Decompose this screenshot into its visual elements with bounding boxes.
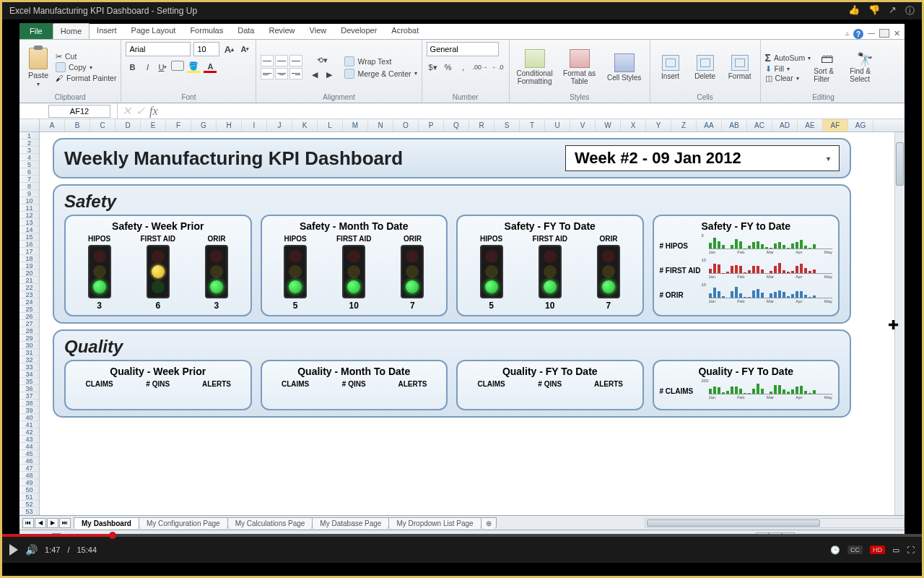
window-restore-icon[interactable] xyxy=(879,29,889,38)
row-header[interactable]: 18 xyxy=(19,255,39,262)
row-header[interactable]: 46 xyxy=(19,457,39,465)
row-header[interactable]: 29 xyxy=(19,335,39,342)
cancel-formula-icon[interactable]: ✕ xyxy=(122,104,131,118)
align-middle-button[interactable] xyxy=(275,55,288,66)
row-header[interactable]: 53 xyxy=(19,508,39,515)
column-header[interactable]: Z xyxy=(671,119,697,131)
fx-icon[interactable]: fx xyxy=(149,105,158,118)
merge-center-button[interactable]: Merge & Center▾ xyxy=(344,69,417,79)
format-painter-button[interactable]: 🖌Format Painter xyxy=(56,74,116,82)
sort-filter-button[interactable]: 🗃Sort & Filter xyxy=(814,51,845,83)
row-header[interactable]: 26 xyxy=(19,313,39,320)
column-header[interactable]: R xyxy=(469,119,494,131)
enter-formula-icon[interactable]: ✓ xyxy=(136,104,145,118)
tab-formulas[interactable]: Formulas xyxy=(183,23,230,39)
row-header[interactable]: 21 xyxy=(19,277,39,284)
bold-button[interactable]: B xyxy=(126,61,139,74)
shrink-font-button[interactable]: A▾ xyxy=(238,43,251,56)
column-header[interactable]: AC xyxy=(747,119,772,131)
row-header[interactable]: 23 xyxy=(19,291,39,298)
row-header[interactable]: 35 xyxy=(19,378,39,385)
progress-bar[interactable] xyxy=(2,534,922,537)
file-tab[interactable]: File xyxy=(19,23,53,39)
share-icon[interactable]: ↗ xyxy=(889,4,897,17)
row-header[interactable]: 11 xyxy=(19,204,39,212)
help-icon[interactable]: ? xyxy=(853,29,863,39)
column-header[interactable]: AA xyxy=(697,119,722,131)
like-icon[interactable]: 👍 xyxy=(848,4,860,17)
sheet-nav-next[interactable]: ▶ xyxy=(47,518,58,528)
accounting-format-button[interactable]: $▾ xyxy=(427,61,440,74)
tab-data[interactable]: Data xyxy=(230,23,261,39)
row-header[interactable]: 49 xyxy=(19,479,39,486)
row-header[interactable]: 30 xyxy=(19,342,39,349)
column-header[interactable]: N xyxy=(368,119,393,131)
watch-later-icon[interactable]: 🕒 xyxy=(830,545,840,555)
worksheet-grid[interactable]: ABCDEFGHIJKLMNOPQRSTUVWXYZAAABACADAEAFAG… xyxy=(19,119,905,515)
column-header[interactable]: A xyxy=(40,119,65,131)
number-format-select[interactable] xyxy=(427,42,499,56)
name-box[interactable] xyxy=(48,105,110,118)
align-right-button[interactable] xyxy=(289,68,302,79)
minimize-ribbon-icon[interactable]: ▵ xyxy=(845,29,849,39)
column-header[interactable]: F xyxy=(166,119,191,131)
underline-button[interactable]: U▾ xyxy=(156,61,169,74)
comma-format-button[interactable]: , xyxy=(457,61,470,74)
column-header[interactable]: AG xyxy=(848,119,873,131)
insert-cells-button[interactable]: Insert xyxy=(655,55,687,80)
tab-home[interactable]: Home xyxy=(53,23,90,39)
row-header[interactable]: 7 xyxy=(19,176,39,183)
row-header[interactable]: 45 xyxy=(19,450,39,457)
orientation-button[interactable]: ⟲▾ xyxy=(308,53,336,66)
info-icon[interactable]: ⓘ xyxy=(905,4,915,17)
row-header[interactable]: 37 xyxy=(19,392,39,400)
clear-button[interactable]: ◫Clear▾ xyxy=(765,74,811,82)
row-header[interactable]: 15 xyxy=(19,233,39,241)
font-size-select[interactable] xyxy=(193,42,219,56)
autosum-button[interactable]: ΣAutoSum▾ xyxy=(765,52,811,64)
row-header[interactable]: 52 xyxy=(19,501,39,508)
find-select-button[interactable]: 🔭Find & Select xyxy=(850,51,881,83)
row-header[interactable]: 10 xyxy=(19,197,39,204)
sheet-nav-prev[interactable]: ◀ xyxy=(35,518,46,528)
tab-developer[interactable]: Developer xyxy=(334,23,384,39)
row-header[interactable]: 32 xyxy=(19,356,39,363)
week-selector[interactable]: Week #2 - 09 Jan 2012 xyxy=(565,145,840,171)
tab-page-layout[interactable]: Page Layout xyxy=(124,23,183,39)
tab-acrobat[interactable]: Acrobat xyxy=(384,23,426,39)
format-cells-button[interactable]: Format xyxy=(724,55,756,80)
tab-review[interactable]: Review xyxy=(261,23,302,39)
italic-button[interactable]: I xyxy=(141,61,154,74)
dislike-icon[interactable]: 👎 xyxy=(868,4,880,17)
sheet-tab[interactable]: My Dropdown List Page xyxy=(388,517,481,529)
column-header[interactable]: E xyxy=(141,119,166,131)
new-sheet-button[interactable]: ⊕ xyxy=(481,517,497,529)
border-button[interactable] xyxy=(171,61,184,71)
row-header[interactable]: 33 xyxy=(19,363,39,371)
align-top-button[interactable] xyxy=(261,55,274,66)
row-header[interactable]: 43 xyxy=(19,436,39,443)
theater-mode-icon[interactable]: ▭ xyxy=(892,545,899,555)
column-header[interactable]: V xyxy=(570,119,596,131)
sheet-nav-first[interactable]: ⏮ xyxy=(22,518,34,528)
align-bottom-button[interactable] xyxy=(289,55,302,66)
fill-button[interactable]: ⬇Fill▾ xyxy=(765,64,811,73)
row-header[interactable]: 16 xyxy=(19,241,39,248)
window-close-icon[interactable]: ✕ xyxy=(894,29,900,39)
row-header[interactable]: 42 xyxy=(19,428,39,436)
column-header[interactable]: U xyxy=(545,119,570,131)
row-header[interactable]: 24 xyxy=(19,298,39,306)
column-header[interactable]: W xyxy=(596,119,621,131)
play-button[interactable] xyxy=(9,544,18,556)
row-header[interactable]: 5 xyxy=(19,161,39,168)
row-header[interactable]: 38 xyxy=(19,400,39,407)
align-left-button[interactable] xyxy=(261,68,274,79)
row-header[interactable]: 3 xyxy=(19,147,39,154)
row-header[interactable]: 22 xyxy=(19,284,39,291)
increase-indent-button[interactable]: ▶ xyxy=(323,68,336,81)
column-header[interactable]: H xyxy=(217,119,242,131)
hd-button[interactable]: HD xyxy=(870,545,885,554)
row-header[interactable]: 31 xyxy=(19,349,39,356)
row-header[interactable]: 14 xyxy=(19,226,39,233)
row-header[interactable]: 27 xyxy=(19,320,39,327)
